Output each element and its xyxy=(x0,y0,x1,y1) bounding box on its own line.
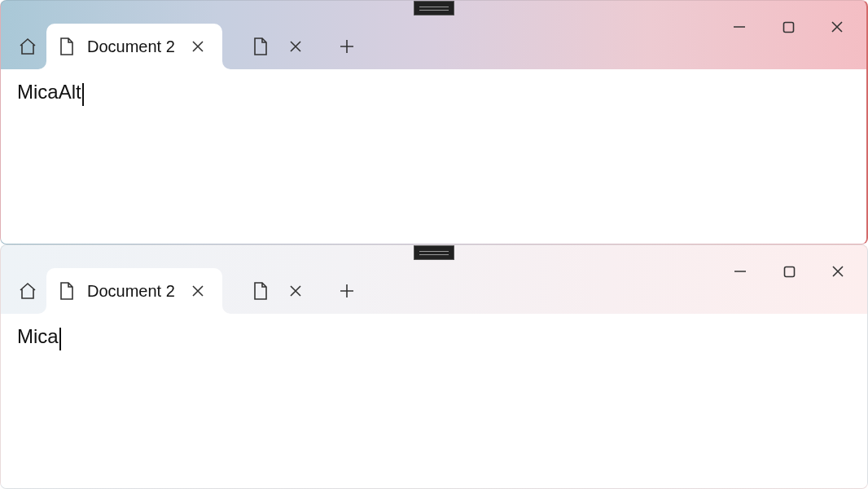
close-icon xyxy=(191,284,204,297)
document-icon xyxy=(252,281,270,301)
maximize-icon xyxy=(783,266,796,281)
title-bar: Document 2 xyxy=(1,245,867,314)
window-caption-controls xyxy=(715,9,861,48)
tab-label: Document 2 xyxy=(87,37,175,56)
document-icon xyxy=(58,281,76,301)
document-icon xyxy=(252,37,270,56)
document-icon xyxy=(58,37,76,56)
editor-area[interactable]: Mica xyxy=(1,314,867,488)
tab-inactive[interactable] xyxy=(243,24,315,69)
maximize-button[interactable] xyxy=(765,253,813,293)
editor-area[interactable]: MicaAlt xyxy=(1,69,866,244)
minimize-button[interactable] xyxy=(716,253,765,293)
close-icon xyxy=(289,40,302,53)
close-window-button[interactable] xyxy=(813,253,862,293)
maximize-button[interactable] xyxy=(764,9,813,48)
tab-close-button[interactable] xyxy=(186,280,209,302)
tab-inactive[interactable] xyxy=(243,268,315,314)
tab-close-button[interactable] xyxy=(284,35,307,58)
svg-rect-0 xyxy=(783,22,793,32)
plus-icon xyxy=(340,284,354,298)
close-icon xyxy=(191,40,204,53)
app-window-micaalt: Document 2 xyxy=(0,0,868,244)
editor-text: Mica xyxy=(17,325,59,348)
app-window-mica: Document 2 xyxy=(0,244,868,489)
tab-close-button[interactable] xyxy=(186,35,209,58)
minimize-button[interactable] xyxy=(715,9,764,48)
minimize-icon xyxy=(734,265,747,281)
tab-close-button[interactable] xyxy=(284,280,307,302)
close-icon xyxy=(831,20,844,37)
tab-active[interactable]: Document 2 xyxy=(46,268,222,314)
title-bar: Document 2 xyxy=(1,1,866,69)
tab-label: Document 2 xyxy=(87,282,175,301)
close-window-button[interactable] xyxy=(813,9,861,48)
home-icon xyxy=(18,37,37,56)
plus-icon xyxy=(340,39,354,54)
window-caption-controls xyxy=(716,253,862,293)
svg-rect-1 xyxy=(784,267,794,276)
home-icon xyxy=(18,281,37,301)
tab-active[interactable]: Document 2 xyxy=(46,24,222,69)
minimize-icon xyxy=(733,20,746,37)
close-icon xyxy=(289,284,302,297)
close-icon xyxy=(831,265,844,281)
new-tab-button[interactable] xyxy=(340,24,354,69)
editor-text: MicaAlt xyxy=(17,81,81,104)
text-caret xyxy=(82,83,84,106)
text-caret xyxy=(59,328,61,350)
maximize-icon xyxy=(783,21,795,37)
new-tab-button[interactable] xyxy=(340,268,354,314)
